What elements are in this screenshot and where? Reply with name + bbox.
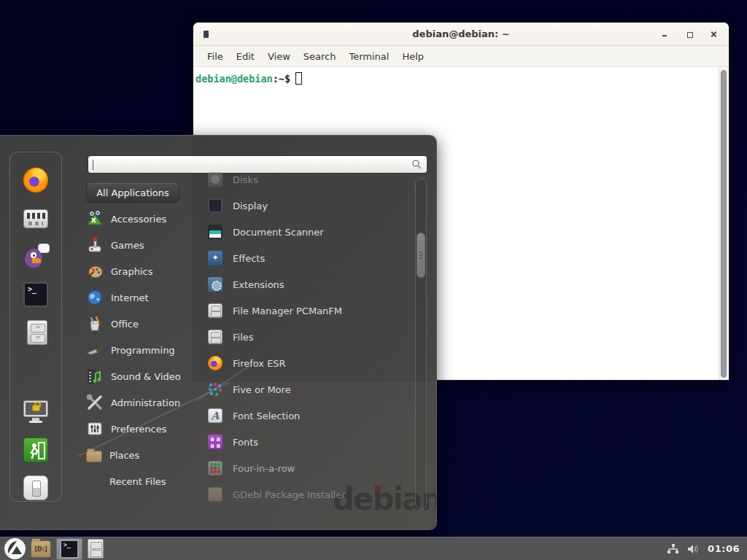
app-document-scanner[interactable]: Document Scanner [208, 219, 414, 245]
app-file-manager-pcmanfm[interactable]: File Manager PCManFM [208, 298, 414, 324]
app-effects[interactable]: Effects [208, 245, 414, 271]
menu-icon [4, 538, 26, 559]
programming-icon [86, 341, 104, 359]
category-games[interactable]: Games [86, 232, 196, 258]
volume-icon[interactable] [687, 543, 700, 555]
menu-scrollbar-thumb[interactable] [417, 233, 425, 278]
firefox-icon [23, 168, 48, 192]
app-extensions[interactable]: Extensions [208, 271, 414, 298]
category-places[interactable]: Places [86, 442, 196, 468]
maximize-button[interactable] [685, 30, 694, 39]
preferences-icon [86, 420, 104, 438]
menu-terminal[interactable]: Terminal [342, 51, 395, 62]
category-accessories[interactable]: Accessories [86, 206, 196, 232]
sound-video-icon [86, 368, 104, 385]
internet-icon [86, 289, 104, 306]
terminal-icon [23, 282, 48, 307]
log-out-button[interactable] [23, 437, 49, 463]
category-sound-video[interactable]: Sound & Video [86, 363, 196, 389]
favorites-sidebar [9, 152, 62, 502]
favorite-files-button[interactable] [23, 320, 49, 346]
app-font-selection[interactable]: Font Selection [208, 402, 414, 429]
office-icon [86, 315, 104, 332]
games-icon [86, 236, 104, 254]
terminal-title: debian@debian: ~ [193, 28, 729, 39]
close-button[interactable] [710, 30, 719, 39]
display-icon [208, 198, 222, 213]
favorite-pidgin-button[interactable] [23, 243, 49, 269]
category-graphics[interactable]: Graphics [86, 258, 196, 284]
mixer-icon [23, 209, 48, 228]
category-preferences[interactable]: Preferences [86, 416, 196, 442]
app-gdebi-package-installer[interactable]: GDebi Package Installer [208, 481, 414, 508]
file-cabinet-icon [208, 330, 222, 344]
lock-screen-button[interactable] [23, 398, 49, 424]
files-launcher-button[interactable] [88, 539, 104, 559]
category-internet[interactable]: Internet [86, 284, 196, 311]
category-all-applications[interactable]: All Applications [86, 179, 196, 206]
terminal-icon [60, 540, 79, 559]
effects-icon [208, 251, 222, 265]
app-files[interactable]: Files [208, 324, 414, 350]
category-programming[interactable]: Programming [86, 337, 196, 363]
administration-icon [86, 394, 104, 411]
app-firefox-esr[interactable]: Firefox ESR [208, 350, 414, 376]
category-list: All Applications Accessories Games [86, 179, 196, 494]
clock[interactable]: 01:06 [708, 543, 740, 554]
places-icon [86, 451, 102, 462]
log-out-icon [23, 438, 48, 462]
network-icon[interactable] [667, 543, 680, 555]
pidgin-icon [23, 244, 48, 268]
terminal-cursor [295, 72, 302, 85]
shut-down-icon [23, 475, 48, 500]
category-office[interactable]: Office [86, 311, 196, 337]
app-display[interactable]: Display [208, 192, 414, 219]
gdebi-icon [208, 487, 222, 502]
app-five-or-more[interactable]: Five or More [208, 376, 414, 402]
menu-file[interactable]: File [201, 51, 230, 62]
terminal-titlebar[interactable]: debian@debian: ~ [193, 23, 729, 46]
document-scanner-icon [208, 225, 222, 239]
app-fonts[interactable]: Fonts [208, 429, 414, 455]
prompt-path: :~$ [273, 73, 290, 85]
accessories-icon [86, 210, 104, 228]
five-or-more-icon [208, 382, 222, 397]
minimize-button[interactable] [660, 30, 669, 39]
favorite-mixer-button[interactable] [23, 205, 49, 231]
app-disks[interactable]: Disks [208, 166, 414, 192]
app-four-in-a-row[interactable]: Four-in-a-row [208, 455, 414, 481]
graphics-icon [86, 262, 104, 280]
taskbar: 01:06 [0, 537, 747, 560]
terminal-menubar: File Edit View Search Terminal Help [193, 46, 729, 67]
shut-down-button[interactable] [23, 475, 49, 501]
taskbar-terminal-task[interactable] [56, 538, 82, 560]
file-manager-launcher-button[interactable] [31, 540, 51, 558]
extensions-icon [208, 277, 222, 292]
applications-menu: debian [0, 135, 437, 530]
lock-screen-icon [23, 399, 48, 424]
menu-edit[interactable]: Edit [230, 51, 261, 62]
four-in-a-row-icon [208, 461, 222, 475]
files-icon [27, 320, 47, 345]
text-caret [93, 160, 93, 170]
favorite-terminal-button[interactable] [23, 281, 49, 308]
terminal-scrollbar[interactable] [719, 68, 728, 380]
font-selection-icon [208, 408, 222, 423]
disks-icon [208, 172, 222, 187]
shell-prompt: debian@debian:~$ [196, 72, 302, 85]
menu-launcher-button[interactable] [4, 538, 26, 559]
fonts-icon [208, 435, 222, 449]
file-cabinet-icon [208, 303, 222, 318]
firefox-icon [208, 356, 222, 370]
application-list: Disks Display Document Scanner Effects E… [208, 166, 414, 508]
favorite-firefox-button[interactable] [23, 167, 49, 193]
menu-scrollbar[interactable] [415, 178, 427, 509]
terminal-scrollbar-thumb[interactable] [721, 70, 727, 378]
category-administration[interactable]: Administration [86, 389, 196, 416]
category-recent-files[interactable]: Recent Files [86, 468, 196, 494]
menu-view[interactable]: View [261, 51, 297, 62]
menu-help[interactable]: Help [395, 51, 430, 62]
prompt-user-host: debian@debian [196, 73, 273, 85]
menu-search[interactable]: Search [297, 51, 343, 62]
